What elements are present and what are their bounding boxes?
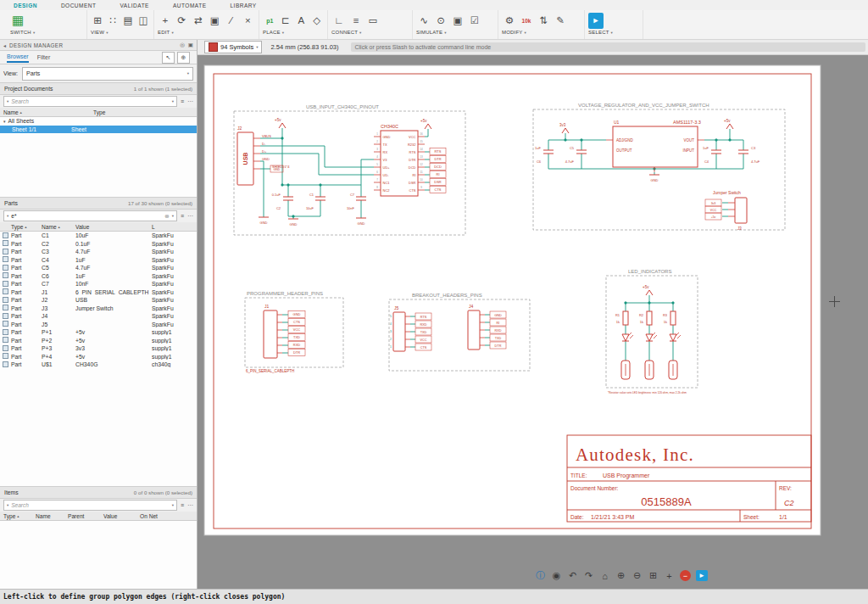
project-documents-header[interactable]: Project Documents 1 of 1 shown (1 select…: [0, 82, 197, 95]
part-row[interactable]: Part C6 1uF SparkFu: [0, 272, 197, 281]
select-tool-icon[interactable]: ►: [588, 13, 604, 29]
svg-text:3v3: 3v3: [559, 123, 566, 127]
move-icon[interactable]: +: [158, 13, 173, 29]
part-row[interactable]: Part P+1 +5v supply1: [0, 328, 197, 337]
scope-icon[interactable]: ▣: [450, 13, 465, 29]
grid-icon[interactable]: ⊞: [648, 570, 659, 581]
tab-browser[interactable]: Browser: [7, 52, 29, 63]
parts-filter-input[interactable]: ▾ e* ⊗ ▾: [3, 210, 177, 221]
bus-icon[interactable]: ≡: [348, 13, 364, 29]
value-10k-icon[interactable]: 10k: [519, 13, 534, 29]
svg-text:1uF: 1uF: [535, 146, 541, 150]
group-icon[interactable]: ▣: [208, 13, 223, 29]
redo-icon[interactable]: ↷: [583, 570, 594, 581]
list-options-icon[interactable]: ≡: [181, 213, 184, 219]
project-documents-search-row: ▾ Search ▾ ≡ ⋯: [0, 95, 197, 108]
info-icon[interactable]: ⓘ: [535, 570, 546, 581]
swap-icon[interactable]: ⇅: [536, 13, 551, 29]
dot-grid-icon[interactable]: ∷: [106, 13, 120, 29]
svg-text:R2: R2: [639, 313, 644, 317]
workspace-tab[interactable]: VALIDATE: [120, 3, 148, 8]
parts-table-header[interactable]: Type▴ Name▴ Value L: [0, 222, 197, 232]
target-icon[interactable]: ◎: [180, 42, 185, 48]
part-row[interactable]: Part C4 1uF SparkFu: [0, 256, 197, 265]
panel-layout-icon[interactable]: ▣: [188, 42, 193, 48]
delete-icon[interactable]: ×: [241, 13, 256, 29]
workspace-tab[interactable]: DOCUMENT: [61, 3, 97, 8]
schematic-sheet[interactable]: USB_INPUT_CH340C_PINOUT: [198, 55, 868, 589]
search-input[interactable]: ▾ Search ▾: [3, 96, 177, 107]
part-row[interactable]: Part J4 SparkFu: [0, 312, 197, 321]
workspace-tab[interactable]: AUTOMATE: [173, 3, 207, 8]
text-icon[interactable]: A: [294, 13, 309, 29]
more-options-icon[interactable]: ⋯: [187, 98, 193, 105]
clear-filter-icon[interactable]: ⊗: [164, 213, 169, 220]
eye-icon[interactable]: ◉: [551, 570, 562, 581]
collapse-panel-icon[interactable]: ◂: [3, 42, 6, 48]
tree-row-sheet[interactable]: Sheet 1/1 Sheet: [0, 126, 197, 134]
erc-check-icon[interactable]: ☑: [467, 13, 482, 29]
parts-header[interactable]: Parts 17 of 30 shown (0 selected): [0, 197, 197, 210]
toolbar-group-label: SIMULATE: [416, 30, 442, 35]
wrench-icon[interactable]: ⚙: [502, 13, 517, 29]
remove-icon[interactable]: −: [680, 570, 691, 581]
part-row[interactable]: Part J2 USB SparkFu: [0, 296, 197, 305]
tree-expand-icon[interactable]: ▾: [3, 119, 6, 124]
rotate-icon[interactable]: ⟳: [175, 13, 190, 29]
part-row[interactable]: Part P+4 +5v supply1: [0, 353, 197, 361]
part-row[interactable]: Part J1 6_PIN_SERIAL_CABLEPTH SparkFu: [0, 288, 197, 297]
add-icon[interactable]: +: [664, 570, 675, 581]
part-row[interactable]: Part P+2 +5v supply1: [0, 337, 197, 345]
part-row[interactable]: Part C5 4.7uF SparkFu: [0, 264, 197, 272]
probe-icon[interactable]: ⊙: [433, 13, 448, 29]
net-icon[interactable]: ∟: [331, 13, 347, 29]
net-port-icon[interactable]: ⊏: [279, 13, 293, 29]
items-table-header[interactable]: Type▴ Name Parent Value On Net: [0, 512, 197, 521]
zoom-select-icon[interactable]: ⊕: [177, 52, 190, 64]
symbols-dropdown[interactable]: 94 Symbols ▾: [204, 41, 262, 53]
paint-icon[interactable]: ✎: [553, 13, 568, 29]
list-options-icon[interactable]: ≡: [181, 98, 184, 104]
zoom-in-icon[interactable]: ⊕: [615, 570, 626, 581]
polygon-icon[interactable]: ◇: [310, 13, 325, 29]
board-switch-icon[interactable]: ▦: [10, 13, 25, 29]
undo-icon[interactable]: ↶: [567, 570, 578, 581]
part-row[interactable]: Part C2 0.1uF SparkFu: [0, 240, 197, 249]
workspace-tab[interactable]: LIBRARY: [230, 3, 256, 8]
list-options-icon[interactable]: ≡: [181, 502, 184, 508]
part-row[interactable]: Part J3 Jumper Switch SparkFu: [0, 305, 197, 313]
part-row[interactable]: Part J5 SparkFu: [0, 321, 197, 329]
part-row[interactable]: Part C3 4.7uF SparkFu: [0, 248, 197, 256]
more-options-icon[interactable]: ⋯: [187, 213, 193, 220]
tab-filter[interactable]: Filter: [37, 53, 51, 62]
command-line-input[interactable]: Click or press Slash to activate command…: [351, 42, 866, 52]
documents-table-header[interactable]: Name▴ Type: [0, 108, 197, 117]
layer-settings-icon[interactable]: ▤: [121, 13, 135, 29]
label-icon[interactable]: ▭: [365, 13, 381, 29]
part-row[interactable]: Part C1 10uF SparkFu: [0, 232, 197, 240]
select-mode-icon[interactable]: ►: [696, 570, 708, 581]
svg-text:GND: GND: [494, 314, 502, 317]
schematic-canvas[interactable]: USB_INPUT_CH340C_PINOUT: [198, 55, 868, 589]
tree-row-all-sheets[interactable]: ▾ All Sheets: [0, 117, 197, 126]
slice-icon[interactable]: ∕: [224, 13, 239, 29]
part-row[interactable]: Part P+3 3v3 supply1: [0, 344, 197, 353]
wave-icon[interactable]: ∿: [416, 13, 431, 29]
search-input[interactable]: ▾ Search ▾: [3, 500, 177, 511]
items-header[interactable]: Items 0 of 0 shown (0 selected): [0, 486, 197, 499]
grid-icon[interactable]: ⊞: [91, 13, 104, 29]
view-dropdown[interactable]: Parts ▾: [22, 67, 193, 81]
part-row[interactable]: Part C7 10nF SparkFu: [0, 280, 197, 288]
svg-text:NC1: NC1: [383, 181, 391, 185]
section-title: USB_INPUT_CH340C_PINOUT: [306, 104, 379, 109]
zoom-fit-icon[interactable]: ⌂: [599, 570, 610, 581]
display-options-icon[interactable]: ◫: [136, 13, 150, 29]
workspace-tab[interactable]: DESIGN: [14, 3, 37, 8]
mirror-icon[interactable]: ⇄: [191, 13, 206, 29]
sheet-label: Sheet:: [743, 514, 760, 520]
part-row[interactable]: Part U$1 CH340G ch340g: [0, 361, 197, 369]
place-part-icon[interactable]: p1: [263, 13, 277, 29]
more-options-icon[interactable]: ⋯: [187, 502, 193, 509]
zoom-out-icon[interactable]: ⊖: [632, 570, 643, 581]
select-cursor-icon[interactable]: ↖: [162, 52, 175, 64]
